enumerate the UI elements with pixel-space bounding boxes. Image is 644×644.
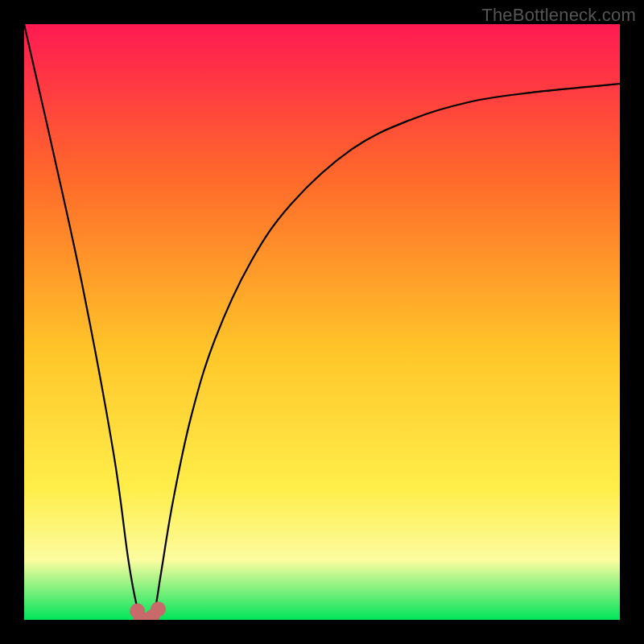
plot-area	[24, 24, 620, 620]
lobe-marker	[151, 602, 166, 617]
chart-svg	[24, 24, 620, 620]
watermark-text: TheBottleneck.com	[481, 5, 636, 26]
gradient-background	[24, 24, 620, 620]
outer-frame: TheBottleneck.com	[0, 0, 644, 644]
